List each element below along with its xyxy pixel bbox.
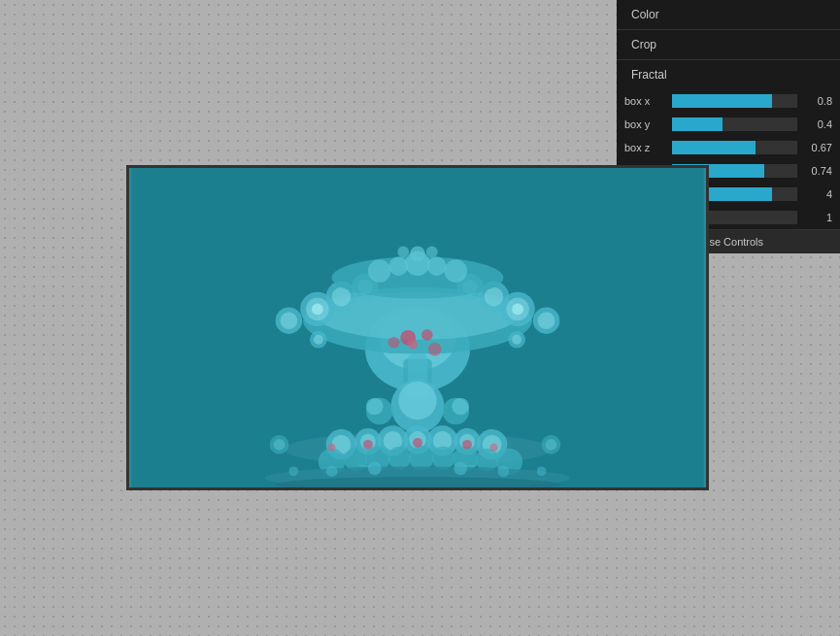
svg-point-78 — [368, 461, 382, 475]
svg-point-81 — [537, 466, 547, 476]
svg-point-74 — [490, 444, 498, 452]
svg-point-72 — [462, 440, 472, 450]
svg-point-82 — [288, 466, 298, 476]
svg-point-27 — [427, 256, 447, 276]
svg-point-71 — [413, 438, 422, 448]
box-z-value: 0.67 — [801, 142, 832, 153]
crop-label: Crop — [631, 38, 656, 51]
color-header[interactable]: Color — [617, 0, 840, 29]
svg-point-25 — [389, 256, 409, 276]
svg-point-33 — [388, 337, 400, 349]
svg-point-66 — [432, 447, 455, 470]
box-y-row: box y 0.4 — [617, 113, 840, 136]
svg-point-64 — [388, 447, 412, 470]
box-z-fill — [672, 141, 756, 154]
svg-point-88 — [314, 335, 323, 345]
zoom-value: 1 — [801, 212, 832, 223]
svg-point-18 — [538, 312, 555, 329]
crop-section: Crop — [617, 30, 840, 60]
color-section: Color — [617, 0, 840, 30]
box-z-slider[interactable] — [672, 141, 797, 154]
box-y-slider[interactable] — [672, 117, 797, 131]
svg-point-79 — [497, 465, 509, 477]
svg-point-70 — [363, 440, 373, 450]
svg-point-9 — [281, 312, 298, 329]
fractal-header[interactable]: Fractal — [617, 60, 840, 89]
svg-point-37 — [398, 382, 436, 419]
box-y-label: box y — [624, 118, 668, 130]
box-x-slider[interactable] — [672, 94, 797, 108]
color-label: Color — [631, 8, 659, 21]
crop-header[interactable]: Crop — [617, 30, 840, 59]
box-z-label: box z — [624, 142, 668, 153]
repeat-value: 4 — [801, 188, 832, 200]
box-x-label: box x — [624, 95, 668, 107]
canvas-area — [126, 165, 709, 490]
svg-point-90 — [512, 335, 521, 345]
svg-point-20 — [485, 287, 504, 307]
svg-point-80 — [326, 465, 338, 477]
svg-point-31 — [408, 340, 418, 350]
svg-point-30 — [421, 329, 433, 341]
svg-point-41 — [452, 398, 469, 416]
box-x-value: 0.8 — [801, 95, 832, 107]
fractal-label: Fractal — [631, 68, 667, 82]
box-w-value: 0.74 — [801, 165, 832, 177]
svg-point-28 — [444, 259, 467, 283]
svg-point-24 — [368, 259, 391, 283]
svg-point-86 — [546, 439, 557, 451]
fractal-svg — [129, 168, 706, 487]
fractal-visualization — [129, 168, 706, 487]
box-z-row: box z 0.67 — [617, 136, 840, 159]
box-x-row: box x 0.8 — [617, 89, 840, 113]
box-x-fill — [672, 94, 772, 108]
svg-point-91 — [410, 247, 425, 262]
svg-point-77 — [454, 461, 467, 475]
svg-point-32 — [428, 343, 442, 356]
svg-point-73 — [328, 444, 336, 452]
svg-point-92 — [397, 247, 409, 258]
svg-point-11 — [332, 287, 352, 307]
box-y-value: 0.4 — [801, 118, 832, 130]
svg-point-84 — [274, 439, 286, 451]
svg-point-93 — [426, 247, 438, 258]
box-y-fill — [672, 117, 722, 131]
svg-point-7 — [312, 303, 323, 315]
svg-point-39 — [366, 398, 384, 416]
svg-point-16 — [512, 303, 523, 315]
